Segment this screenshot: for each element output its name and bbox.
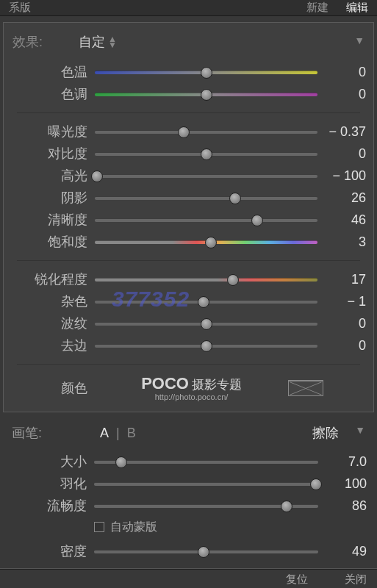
slider-thumb[interactable] — [201, 89, 212, 101]
slider-thumb[interactable] — [229, 193, 241, 204]
slider-thumb[interactable] — [281, 501, 292, 512]
slider-label: 高光 — [11, 167, 95, 184]
slider-thumb[interactable] — [201, 67, 212, 79]
slider-thumb[interactable] — [205, 237, 217, 248]
slider-thumb[interactable] — [115, 456, 127, 468]
slider-label: 锐化程度 — [11, 270, 95, 288]
brush-title: 画笔: — [12, 424, 85, 442]
slider-row: 密度49 — [10, 540, 367, 562]
footer: 复位 关闭 — [0, 570, 377, 588]
slider[interactable] — [95, 169, 317, 182]
reset-button[interactable]: 复位 — [286, 573, 308, 587]
slider-row: 去边0 — [11, 334, 366, 356]
slider-label: 色温 — [11, 63, 95, 81]
slider-thumb[interactable] — [227, 274, 239, 286]
slider-row: 高光− 100 — [11, 165, 366, 187]
slider-value[interactable]: 17 — [317, 272, 366, 287]
tab-left[interactable]: 系版 — [9, 1, 31, 15]
brush-erase[interactable]: 擦除 — [312, 424, 339, 442]
slider-value[interactable]: 100 — [318, 476, 367, 492]
slider[interactable] — [95, 273, 317, 286]
auto-mask-checkbox[interactable] — [94, 522, 104, 532]
collapse-triangle-icon[interactable]: ▼ — [354, 35, 365, 46]
slider-row: 波纹0 — [11, 312, 366, 334]
slider-value[interactable]: 49 — [318, 544, 367, 559]
slider[interactable] — [95, 65, 317, 79]
slider-thumb[interactable] — [201, 318, 212, 330]
top-tab-bar: 系版 新建 编辑 — [0, 0, 377, 16]
group-detail: 锐化程度17杂色− 1波纹0去边0 — [11, 268, 366, 356]
slider-value[interactable]: 3 — [317, 234, 366, 250]
slider-thumb[interactable] — [178, 126, 190, 138]
slider-row: 色调0 — [11, 83, 366, 105]
color-swatch[interactable] — [288, 380, 323, 396]
brush-panel: ▼ 画笔: A | B 擦除 大小7.0羽化100流畅度86 自动蒙版 密度49 — [3, 415, 374, 562]
collapse-triangle-icon[interactable]: ▼ — [355, 424, 365, 436]
slider[interactable] — [95, 235, 317, 248]
slider-row: 对比度0 — [11, 143, 366, 165]
tab-new[interactable]: 新建 — [306, 1, 328, 15]
slider-row: 锐化程度17 — [11, 268, 366, 290]
slider[interactable] — [95, 191, 317, 204]
slider-label: 密度 — [10, 542, 94, 560]
slider-label: 杂色 — [11, 293, 95, 310]
slider-label: 羽化 — [10, 475, 94, 492]
watermark: POCO 摄影专题 http://photo.poco.cn/ — [95, 375, 288, 401]
slider[interactable] — [94, 545, 318, 558]
slider-value[interactable]: 86 — [318, 498, 367, 514]
close-button[interactable]: 关闭 — [345, 573, 367, 587]
color-row: 颜色 POCO 摄影专题 http://photo.poco.cn/ — [11, 375, 366, 401]
slider-thumb[interactable] — [198, 546, 209, 558]
slider[interactable] — [94, 455, 318, 468]
slider-thumb[interactable] — [251, 215, 263, 226]
slider-thumb[interactable] — [201, 148, 212, 160]
slider-value[interactable]: 0 — [317, 87, 366, 102]
slider[interactable] — [94, 499, 318, 512]
slider-thumb[interactable] — [310, 478, 322, 490]
slider[interactable] — [95, 339, 317, 352]
slider-value[interactable]: − 1 — [317, 294, 366, 309]
slider-label: 大小 — [10, 453, 94, 470]
auto-mask-label: 自动蒙版 — [110, 520, 157, 535]
group-density: 密度49 — [10, 540, 367, 562]
slider-label: 色调 — [11, 85, 95, 103]
slider-label: 清晰度 — [11, 211, 95, 229]
color-label: 颜色 — [17, 379, 95, 397]
slider-label: 对比度 — [11, 145, 95, 162]
dropdown-arrows-icon: ▲▼ — [108, 36, 117, 48]
tab-edit[interactable]: 编辑 — [346, 1, 368, 15]
slider[interactable] — [95, 213, 317, 226]
slider[interactable] — [95, 147, 317, 160]
effects-title: 效果: — [12, 33, 79, 51]
slider[interactable] — [95, 87, 317, 101]
slider[interactable] — [95, 125, 317, 138]
group-tone: 曝光度− 0.37对比度0高光− 100阴影26清晰度46饱和度3 — [11, 121, 366, 253]
brush-ab-selector: A | B — [85, 426, 312, 441]
slider-row: 色温0 — [11, 61, 366, 83]
slider-row: 大小7.0 — [10, 451, 367, 473]
slider-value[interactable]: − 0.37 — [317, 124, 366, 140]
slider-value[interactable]: − 100 — [317, 168, 366, 184]
slider-value[interactable]: 0 — [317, 338, 366, 354]
slider-value[interactable]: 0 — [317, 146, 366, 162]
slider-label: 饱和度 — [11, 233, 95, 251]
slider-value[interactable]: 46 — [317, 212, 366, 228]
slider[interactable] — [95, 295, 317, 308]
slider-row: 曝光度− 0.37 — [11, 121, 366, 143]
brush-a[interactable]: A — [100, 426, 109, 441]
slider-value[interactable]: 0 — [317, 65, 366, 80]
brush-ab-sep: | — [116, 426, 120, 441]
slider-thumb[interactable] — [91, 171, 103, 182]
slider-value[interactable]: 7.0 — [318, 454, 367, 470]
slider-value[interactable]: 26 — [317, 190, 366, 206]
brush-header: 画笔: A | B 擦除 — [10, 421, 367, 448]
slider[interactable] — [95, 317, 317, 330]
brush-b[interactable]: B — [127, 426, 136, 441]
effects-preset-dropdown[interactable]: 自定 ▲▼ — [79, 33, 117, 51]
slider-label: 去边 — [11, 337, 95, 354]
slider-thumb[interactable] — [198, 296, 209, 308]
slider[interactable] — [94, 477, 318, 490]
divider — [17, 112, 360, 113]
slider-thumb[interactable] — [201, 340, 212, 352]
slider-value[interactable]: 0 — [317, 316, 366, 331]
